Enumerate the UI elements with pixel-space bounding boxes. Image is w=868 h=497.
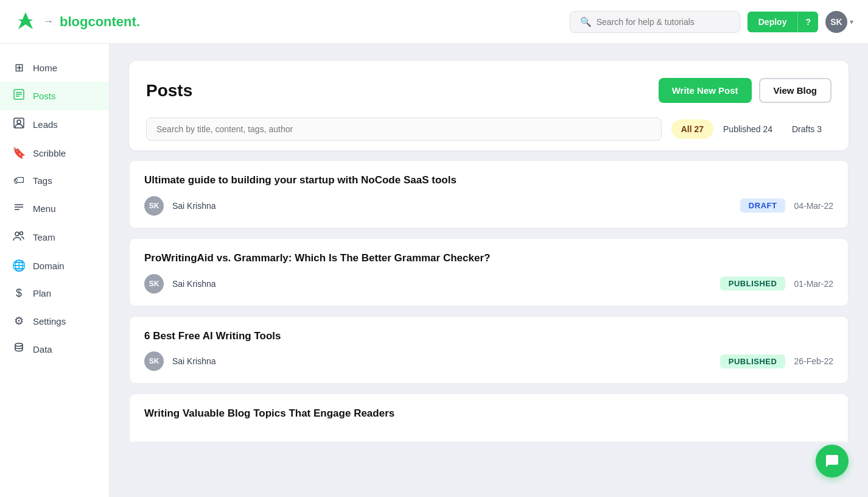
post-title: ProWritingAid vs. Grammarly: Which Is Th… (144, 251, 833, 266)
sidebar-label-data: Data (33, 344, 52, 354)
avatar: SK (144, 274, 164, 294)
sidebar-item-settings[interactable]: ⚙ Settings (0, 307, 109, 335)
sidebar-label-scribble: Scribble (33, 148, 66, 158)
status-badge: DRAFT (740, 199, 786, 213)
sidebar-item-posts[interactable]: Posts (0, 82, 109, 110)
sidebar-label-posts: Posts (33, 91, 56, 101)
status-badge: PUBLISHED (720, 277, 786, 291)
post-title: Ultimate guide to building your startup … (144, 173, 833, 188)
sidebar-item-menu[interactable]: Menu (0, 194, 109, 223)
home-icon: ⊞ (12, 61, 26, 74)
filter-tab-all[interactable]: All 27 (671, 119, 713, 139)
help-button[interactable]: ? (797, 12, 818, 32)
author-name: Sai Krishna (172, 356, 712, 366)
filter-search-input[interactable] (146, 118, 662, 141)
chat-icon (825, 454, 839, 468)
post-meta: SK Sai Krishna PUBLISHED 26-Feb-22 (144, 351, 833, 371)
svg-point-12 (15, 344, 23, 347)
leads-icon (12, 118, 26, 132)
data-icon (12, 342, 26, 356)
sidebar-label-plan: Plan (33, 288, 51, 298)
settings-icon: ⚙ (12, 314, 26, 328)
plan-icon: $ (12, 287, 26, 300)
sidebar-item-domain[interactable]: 🌐 Domain (0, 252, 109, 280)
view-blog-button[interactable]: View Blog (759, 78, 831, 103)
main-content: Posts Write New Post View Blog All 27 Pu… (110, 44, 868, 497)
search-bar[interactable]: 🔍 (570, 11, 740, 33)
search-icon: 🔍 (580, 16, 592, 27)
sidebar-label-leads: Leads (33, 119, 58, 130)
deploy-button[interactable]: Deploy (747, 12, 798, 32)
page-title: Posts (146, 81, 192, 100)
app-title: blogcontent. (60, 14, 140, 30)
author-name: Sai Krishna (172, 201, 732, 211)
domain-icon: 🌐 (12, 259, 26, 272)
filter-tabs: All 27 Published 24 Drafts 3 (671, 119, 831, 139)
sidebar-item-data[interactable]: Data (0, 335, 109, 364)
table-row[interactable]: ProWritingAid vs. Grammarly: Which Is Th… (129, 238, 849, 306)
author-name: Sai Krishna (172, 279, 712, 289)
avatar: SK (144, 351, 164, 371)
sidebar-label-team: Team (33, 232, 55, 242)
svg-point-10 (15, 232, 19, 236)
sidebar-item-tags[interactable]: 🏷 Tags (0, 167, 109, 194)
post-date: 04-Mar-22 (794, 201, 833, 211)
menu-icon (12, 202, 26, 216)
post-date: 26-Feb-22 (794, 356, 833, 366)
post-title: Writing Valuable Blog Topics That Engage… (144, 406, 833, 421)
posts-icon (12, 89, 26, 103)
sidebar-item-plan[interactable]: $ Plan (0, 280, 109, 307)
table-row[interactable]: Ultimate guide to building your startup … (129, 160, 849, 228)
post-date: 01-Mar-22 (794, 279, 833, 289)
post-meta: SK Sai Krishna DRAFT 04-Mar-22 (144, 196, 833, 216)
sidebar-label-settings: Settings (33, 316, 66, 326)
sidebar-item-leads[interactable]: Leads (0, 110, 109, 139)
deploy-group: Deploy ? (747, 12, 818, 32)
filter-tab-drafts[interactable]: Drafts 3 (782, 119, 831, 139)
posts-header: Posts Write New Post View Blog (146, 78, 831, 103)
logo-icon (15, 11, 37, 33)
post-meta: SK Sai Krishna PUBLISHED 01-Mar-22 (144, 274, 833, 294)
write-new-button[interactable]: Write New Post (659, 78, 752, 103)
svg-marker-0 (18, 12, 33, 29)
svg-point-11 (20, 232, 23, 235)
sidebar-label-domain: Domain (33, 261, 65, 271)
layout: ⊞ Home Posts Leads (0, 44, 868, 497)
header-left: → blogcontent. (15, 11, 140, 33)
team-icon (12, 230, 26, 244)
table-row[interactable]: 6 Best Free AI Writing Tools SK Sai Kris… (129, 316, 849, 384)
sidebar-label-home: Home (33, 63, 57, 73)
tags-icon: 🏷 (12, 174, 26, 187)
header-right: 🔍 Deploy ? SK ▾ (570, 11, 853, 33)
svg-point-6 (17, 120, 21, 124)
post-title: 6 Best Free AI Writing Tools (144, 329, 833, 344)
post-list: Ultimate guide to building your startup … (129, 160, 849, 442)
sidebar-item-team[interactable]: Team (0, 223, 109, 252)
header: → blogcontent. 🔍 Deploy ? SK ▾ (0, 0, 868, 44)
avatar: SK (144, 196, 164, 216)
avatar-button[interactable]: SK ▾ (825, 11, 853, 33)
table-row[interactable]: Writing Valuable Blog Topics That Engage… (129, 393, 849, 442)
sidebar-label-tags: Tags (33, 175, 52, 186)
sidebar-label-menu: Menu (33, 203, 56, 214)
filter-tab-published[interactable]: Published 24 (713, 119, 782, 139)
sidebar-item-home[interactable]: ⊞ Home (0, 54, 109, 82)
avatar: SK (825, 11, 847, 33)
filter-bar: All 27 Published 24 Drafts 3 (146, 118, 831, 150)
chat-fab-button[interactable] (816, 445, 849, 478)
posts-header-buttons: Write New Post View Blog (659, 78, 831, 103)
chevron-down-icon: ▾ (850, 18, 853, 26)
sidebar: ⊞ Home Posts Leads (0, 44, 110, 497)
posts-panel: Posts Write New Post View Blog All 27 Pu… (129, 61, 849, 150)
status-badge: PUBLISHED (720, 354, 786, 368)
scribble-icon: 🔖 (12, 146, 26, 160)
search-input[interactable] (597, 17, 730, 27)
sidebar-item-scribble[interactable]: 🔖 Scribble (0, 139, 109, 167)
arrow-icon: → (43, 15, 54, 28)
